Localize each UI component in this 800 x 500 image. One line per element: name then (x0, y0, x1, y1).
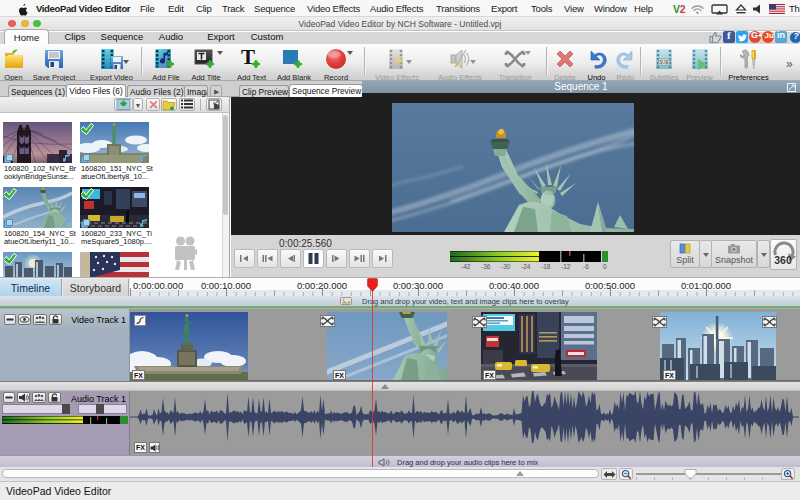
svg-text:360: 360 (774, 254, 792, 266)
svg-text:T: T (240, 47, 254, 69)
svg-text:SUB: SUB (659, 60, 669, 65)
